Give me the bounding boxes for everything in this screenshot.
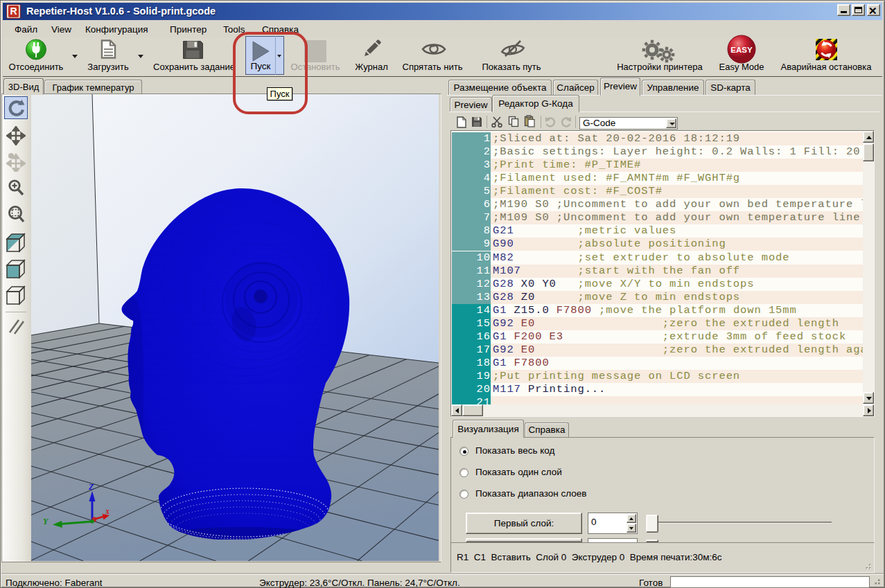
svg-text:X: X [105,508,110,515]
svg-text:Z: Z [88,482,94,492]
svg-text:EASY: EASY [730,46,753,54]
